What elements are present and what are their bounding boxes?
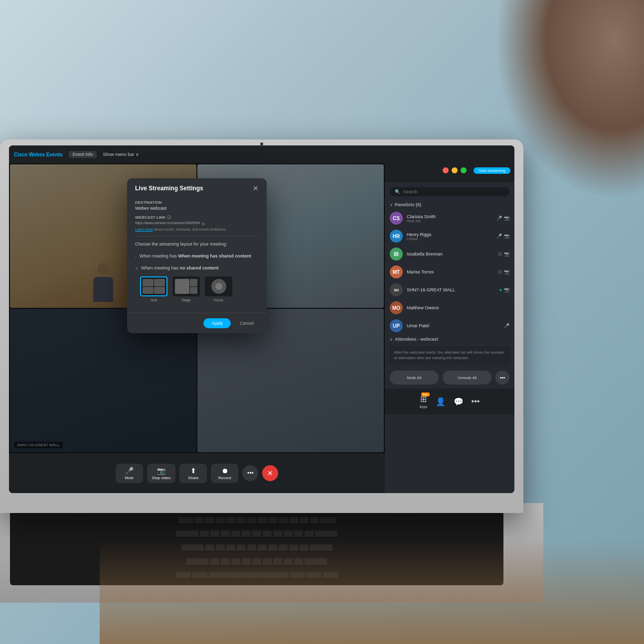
show-menu-button[interactable]: Show menu bar ∨: [103, 152, 139, 157]
share-icon: ⬆: [190, 467, 196, 475]
modal-divider: [135, 236, 259, 237]
participant-clarissa-name: Clarissa Smith: [407, 214, 492, 219]
participant-henry-riggs[interactable]: HR Henry Riggs Cohost 🎤 📷: [385, 227, 514, 245]
grid-layout-option[interactable]: Grid: [140, 276, 167, 302]
modal-close-button[interactable]: ✕: [253, 184, 259, 192]
shared-content-header[interactable]: › When meeting has When meeting has shar…: [135, 252, 259, 260]
avatar-shn7: SH: [390, 283, 403, 296]
stop-video-button[interactable]: 📷 Stop video: [147, 464, 176, 483]
stop-video-label: Stop video: [152, 476, 171, 480]
panelists-section-title: Panelists (6): [395, 202, 421, 207]
focus-layout-option[interactable]: Focus: [205, 276, 232, 302]
microphone-icon: 🎤: [125, 467, 134, 475]
active-icon: ●: [499, 287, 502, 292]
participant-matthew-info: Matthew Owens: [407, 305, 505, 310]
participant-issabella-name: Issabella Brennan: [407, 252, 494, 257]
avatar-issabella-brennan: IB: [390, 248, 403, 260]
more-options-button[interactable]: •••: [242, 465, 258, 481]
participant-umar-info: Umar Patel: [407, 323, 500, 328]
participant-marise-name: Marise Torres: [407, 269, 494, 274]
record-label: Record: [218, 476, 231, 480]
maximize-window-button[interactable]: [461, 167, 467, 173]
screen-share-icon: ⊡: [498, 252, 502, 257]
more-panel-icon: •••: [472, 397, 480, 406]
cam-icon: 📷: [504, 287, 509, 292]
more-panel-button[interactable]: •••: [472, 397, 480, 406]
participant-umar-name: Umar Patel: [407, 323, 500, 328]
modal-overlay: Live Streaming Settings ✕ Destination We…: [9, 163, 385, 453]
end-call-button[interactable]: ✕: [262, 465, 278, 481]
unmute-all-button[interactable]: Unmute All: [443, 371, 491, 385]
participants-panel: Participants ≡ ✕ 🔍 ∨ Panelists (6) CS: [385, 163, 514, 493]
event-info-button[interactable]: Event Info: [69, 151, 97, 158]
mic-icon: 🎤: [504, 323, 509, 328]
screen-bezel: Cisco Webex Events Event Info Show menu …: [9, 145, 514, 493]
stage-main-cell: [175, 279, 189, 294]
avatar-marise-torres: MT: [390, 265, 403, 278]
choose-layout-label: Choose the streaming layout for your mee…: [135, 242, 259, 247]
cancel-button[interactable]: Cancel: [235, 318, 259, 328]
webcast-url-row: https://www.ustream.tv/channel/23605958 …: [135, 221, 259, 227]
focus-layout-label: Focus: [214, 298, 223, 302]
participants-panel-button[interactable]: 👤: [436, 397, 446, 406]
participant-matthew-owens[interactable]: MO Matthew Owens: [385, 299, 514, 317]
participant-issabella-info: Issabella Brennan: [407, 252, 494, 257]
learn-more-row: Learn more about events, webcasts, and k…: [135, 228, 259, 231]
share-label: Share: [188, 476, 198, 480]
modal-footer: Apply Cancel: [127, 313, 267, 333]
mute-all-button[interactable]: Mute All: [390, 371, 439, 385]
live-streaming-modal: Live Streaming Settings ✕ Destination We…: [127, 178, 267, 333]
record-button[interactable]: ⏺ Record: [211, 464, 238, 483]
laptop-body: Cisco Webex Events Event Info Show menu …: [0, 139, 523, 513]
destination-value: Webex webcast: [135, 206, 259, 211]
layout-options: Grid: [135, 276, 259, 302]
participant-marise-torres[interactable]: MT Marise Torres ⊡ 📷: [385, 263, 514, 281]
start-streaming-button[interactable]: Start streaming: [474, 167, 510, 174]
stage-layout-thumb: [172, 276, 200, 296]
participant-clarissa-smith[interactable]: CS Clarissa Smith Host, me 🎤 📷: [385, 209, 514, 227]
attendees-section-title: Attendees - webcast: [395, 337, 438, 342]
keyboard: [10, 511, 503, 585]
no-shared-content-label: When meeting has no shared content: [141, 265, 219, 270]
participant-clarissa-icons: 🎤 📷: [496, 216, 509, 221]
no-shared-content-header[interactable]: ∨ When meeting has no shared content: [135, 263, 259, 272]
avatar-matthew-owens: MO: [390, 301, 403, 314]
no-shared-content-accordion: ∨ When meeting has no shared content: [135, 263, 259, 302]
chat-button[interactable]: 💬: [454, 397, 464, 406]
avatar-umar-patel: UP: [390, 319, 403, 332]
participant-issabella-brennan[interactable]: IB Issabella Brennan ⊡ 📷: [385, 245, 514, 263]
grid-cell-3: [143, 287, 154, 294]
share-button[interactable]: ⬆ Share: [179, 464, 207, 483]
search-input[interactable]: [403, 189, 504, 194]
cam-icon: 📷: [504, 234, 509, 239]
participant-henry-icons: 🎤 📷: [496, 234, 509, 239]
cam-icon: 📷: [504, 252, 509, 257]
destination-label: Destination: [135, 200, 259, 205]
participant-umar-patel[interactable]: UP Umar Patel 🎤: [385, 317, 514, 335]
chat-icon: 💬: [454, 397, 464, 406]
apply-button[interactable]: Apply: [203, 318, 231, 328]
bottom-toolbar: 🎤 Mute 📷 Stop video ⬆ Share ⏺ Record •••: [9, 453, 385, 493]
participant-shn7-name: SHN7-16-GREAT WALL: [407, 287, 495, 292]
minimize-window-button[interactable]: [452, 167, 458, 173]
panelists-section-header[interactable]: ∨ Panelists (6): [385, 200, 514, 209]
video-icon: 📷: [157, 467, 165, 475]
participants-icon: 👤: [436, 397, 446, 406]
focus-layout-thumb: [205, 276, 232, 296]
stage-layout-option[interactable]: Stage: [172, 276, 200, 302]
cam-icon: 📷: [504, 269, 509, 274]
learn-more-link[interactable]: Learn more: [135, 228, 153, 231]
apps-button[interactable]: ⊞ Apps Beta: [420, 394, 428, 408]
mute-button[interactable]: 🎤 Mute: [116, 464, 143, 483]
copy-icon[interactable]: ⧉: [202, 222, 205, 227]
attendees-description: After the webcast starts, the attendee l…: [394, 350, 505, 361]
mic-icon: 🎤: [496, 216, 502, 221]
attendees-info: After the webcast starts, the attendee l…: [389, 346, 510, 365]
attendees-section-header[interactable]: ∨ Attendees - webcast: [385, 335, 514, 344]
close-window-button[interactable]: [443, 167, 449, 173]
panelists-chevron-icon: ∨: [390, 203, 393, 207]
participant-shn7[interactable]: SH SHN7-16-GREAT WALL ● 📷: [385, 281, 514, 299]
top-bar: Cisco Webex Events Event Info Show menu …: [9, 145, 514, 163]
participants-more-button[interactable]: •••: [495, 371, 509, 385]
webcast-url: https://www.ustream.tv/channel/23605958: [135, 221, 200, 225]
